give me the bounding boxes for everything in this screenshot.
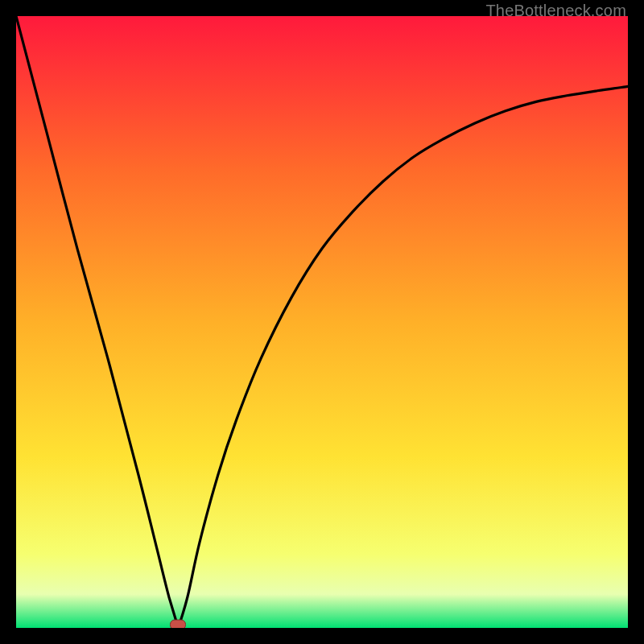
bottleneck-curve [16,16,628,628]
curve-layer [16,16,628,628]
minimum-marker [170,620,186,629]
plot-area [16,16,628,628]
chart-frame [16,16,628,628]
